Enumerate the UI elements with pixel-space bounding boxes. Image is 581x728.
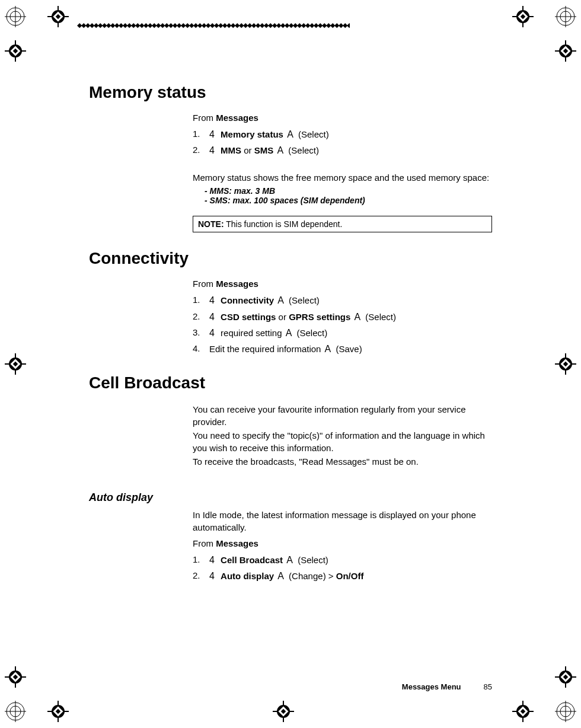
from-prefix: From	[193, 279, 216, 289]
note-box: NOTE: This function is SIM dependent.	[193, 216, 492, 232]
step-item: Memory status	[221, 129, 283, 139]
step: 4 MMS or SMS A (Select)	[193, 142, 492, 158]
from-prefix: From	[193, 538, 216, 548]
registration-mark-icon	[5, 6, 26, 27]
registration-mark-icon	[5, 701, 26, 722]
step: 4 Auto display A (Change) > On/Off	[193, 568, 492, 584]
step-action: (Select)	[296, 328, 327, 338]
from-prefix: From	[193, 113, 216, 123]
action-symbol: A	[277, 571, 284, 581]
page-content: Memory status From Messages 4 Memory sta…	[89, 83, 492, 585]
cb-para: You need to specify the "topic(s)" of in…	[193, 429, 492, 454]
step-item: MMS	[221, 145, 241, 155]
from-line: From Messages	[193, 113, 492, 123]
step-action: (Select)	[289, 295, 320, 305]
action-symbol: A	[287, 129, 293, 139]
page-number: 85	[484, 682, 492, 691]
auto-display-steps: 4 Cell Broadcast A (Select) 4 Auto displ…	[193, 552, 492, 584]
auto-display-block: In Idle mode, the latest information mes…	[193, 509, 492, 584]
step-plain: Edit the required information	[209, 344, 324, 354]
nav-symbol: 4	[209, 328, 215, 338]
step: 4 required setting A (Select)	[193, 325, 492, 341]
step-action: (Change) >	[289, 571, 336, 581]
footer-section: Messages Menu	[402, 682, 461, 691]
step: 4 Cell Broadcast A (Select)	[193, 552, 492, 568]
nav-symbol: 4	[209, 312, 215, 322]
heading-cell-broadcast: Cell Broadcast	[89, 373, 492, 392]
step: 4 Memory status A (Select)	[193, 126, 492, 142]
crop-mark-icon	[273, 701, 294, 722]
auto-display-intro: In Idle mode, the latest information mes…	[193, 509, 492, 534]
heading-connectivity: Connectivity	[89, 249, 492, 268]
from-target: Messages	[216, 113, 258, 123]
nav-symbol: 4	[209, 295, 215, 305]
registration-mark-icon	[555, 701, 576, 722]
crop-mark-icon	[5, 353, 26, 375]
bullet-item: SMS: max. 100 spaces (SIM dependent)	[205, 196, 492, 205]
from-line: From Messages	[193, 538, 492, 548]
step-action: (Select)	[298, 555, 328, 565]
nav-symbol: 4	[209, 571, 215, 581]
step-item: Auto display	[221, 571, 274, 581]
cb-para: To receive the broadcasts, "Read Message…	[193, 455, 492, 468]
crop-mark-icon	[5, 40, 26, 62]
page-footer: Messages Menu85	[402, 682, 492, 691]
crop-mark-icon	[5, 666, 26, 688]
subheading-auto-display: Auto display	[89, 491, 492, 504]
registration-mark-icon	[555, 6, 576, 27]
memory-status-block: From Messages 4 Memory status A (Select)…	[193, 113, 492, 232]
action-symbol: A	[286, 328, 292, 338]
action-symbol: A	[286, 555, 293, 565]
memory-status-steps: 4 Memory status A (Select) 4 MMS or SMS …	[193, 126, 492, 158]
note-label: NOTE:	[198, 219, 224, 229]
connectivity-steps: 4 Connectivity A (Select) 4 CSD settings…	[193, 292, 492, 357]
crop-mark-icon	[512, 701, 534, 722]
action-symbol: A	[277, 145, 283, 155]
step-action: (Save)	[336, 344, 362, 354]
step-item: CSD settings	[221, 312, 276, 322]
step-mid: or	[241, 145, 254, 155]
heading-memory-status: Memory status	[89, 83, 492, 102]
action-symbol: A	[277, 295, 284, 305]
step-action: (Select)	[288, 145, 319, 155]
step-action: (Select)	[298, 129, 329, 139]
step-tail: On/Off	[336, 571, 364, 581]
action-symbol: A	[354, 312, 360, 322]
step-action: (Select)	[365, 312, 396, 322]
memory-description: Memory status shows the free memory spac…	[193, 171, 492, 184]
note-text: This function is SIM dependent.	[224, 219, 343, 229]
crop-mark-icon	[512, 6, 534, 27]
cell-broadcast-block: You can receive your favourite informati…	[193, 403, 492, 468]
crop-mark-icon	[555, 40, 576, 62]
crop-mark-icon	[555, 666, 576, 688]
diamond-strip: ◆◆◆◆◆◆◆◆◆◆◆◆◆◆◆◆◆◆◆◆◆◆◆◆◆◆◆◆◆◆◆◆◆◆◆◆◆◆◆◆…	[77, 21, 350, 29]
step-mid: or	[276, 312, 289, 322]
step-item: Connectivity	[221, 295, 274, 305]
cb-para: You can receive your favourite informati…	[193, 403, 492, 428]
step-item: GPRS settings	[289, 312, 350, 322]
nav-symbol: 4	[209, 145, 215, 155]
nav-symbol: 4	[209, 555, 215, 565]
bullet-item: MMS: max. 3 MB	[205, 186, 492, 196]
from-target: Messages	[216, 279, 258, 289]
step-item: Cell Broadcast	[221, 555, 283, 565]
step-plain: required setting	[218, 328, 285, 338]
crop-mark-icon	[47, 701, 69, 722]
from-line: From Messages	[193, 279, 492, 289]
memory-bullets: MMS: max. 3 MB SMS: max. 100 spaces (SIM…	[193, 186, 492, 205]
nav-symbol: 4	[209, 129, 215, 139]
from-target: Messages	[216, 538, 258, 548]
crop-mark-icon	[47, 6, 69, 27]
step-item: SMS	[254, 145, 274, 155]
crop-mark-icon	[555, 353, 576, 375]
action-symbol: A	[325, 344, 331, 354]
step: Edit the required information A (Save)	[193, 341, 492, 357]
step: 4 CSD settings or GPRS settings A (Selec…	[193, 309, 492, 325]
connectivity-block: From Messages 4 Connectivity A (Select) …	[193, 279, 492, 357]
step: 4 Connectivity A (Select)	[193, 292, 492, 308]
